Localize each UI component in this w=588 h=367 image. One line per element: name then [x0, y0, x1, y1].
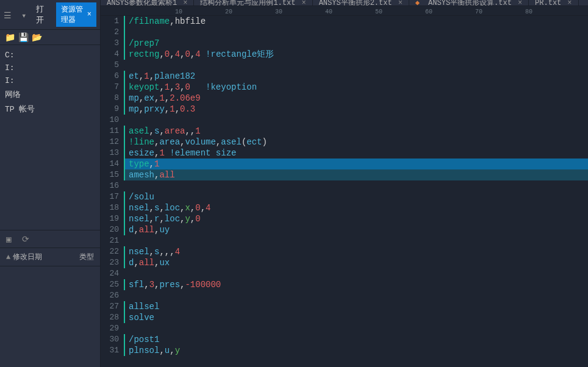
token: amesh	[129, 170, 154, 180]
line-number: 9	[101, 104, 119, 115]
code-line[interactable]: amesh,all	[124, 169, 588, 180]
menu-icon[interactable]: ☰	[4, 10, 12, 19]
code-line[interactable]: d,all,ux	[124, 257, 588, 268]
editor-tab[interactable]: ANSYS参数化最索桥1×	[101, 0, 194, 5]
code-line[interactable]	[124, 27, 588, 38]
code-line[interactable]: d,all,uy	[124, 224, 588, 235]
token: 3	[175, 82, 180, 92]
token: 4	[206, 203, 210, 213]
change-marker	[124, 126, 125, 137]
token: 1	[170, 104, 174, 114]
code-line[interactable]: solve	[124, 312, 588, 323]
code-line[interactable]: !line,area,volume,asel(ect)	[124, 137, 588, 148]
token: ,	[134, 225, 138, 235]
tab-bar: ANSYS参数化最索桥1×结构分析单元与应用例1.txt×ANSYS平衡拱形2.…	[101, 0, 588, 6]
token: ,	[139, 104, 144, 114]
token: !line	[129, 137, 154, 147]
code-line[interactable]: et,1,plane182	[124, 71, 588, 82]
editor-tab[interactable]: PR.txt×	[529, 0, 578, 5]
col-modified[interactable]: 修改日期	[13, 253, 42, 262]
token: all	[159, 170, 174, 180]
token: solve	[129, 313, 154, 322]
token: 4	[195, 49, 200, 59]
tree-item[interactable]: TP 帐号	[5, 102, 95, 116]
change-marker	[124, 213, 125, 224]
resource-manager-button[interactable]: 资源管理器 ×	[56, 2, 96, 27]
code-line[interactable]	[124, 323, 588, 334]
code-line[interactable]: /filname,hbfile	[124, 16, 588, 27]
token: !keyoption	[190, 82, 257, 92]
tree-item[interactable]: I:	[5, 74, 95, 87]
change-marker	[124, 169, 125, 180]
tab-close-icon[interactable]: ×	[518, 0, 522, 6]
code-line[interactable]	[124, 115, 588, 126]
change-marker	[124, 38, 125, 49]
tree-item[interactable]: 网络	[5, 87, 95, 102]
code-line[interactable]	[124, 268, 588, 279]
token: ,	[144, 280, 149, 290]
ruler-mark: 80	[525, 9, 532, 15]
token: y	[175, 346, 180, 355]
code-line[interactable]	[124, 60, 588, 71]
token: ,	[159, 49, 164, 59]
new-folder-icon[interactable]: 📂	[32, 32, 41, 42]
refresh-icon[interactable]: ⟳	[22, 234, 32, 244]
code-line[interactable]: /solu	[124, 191, 588, 202]
line-number: 21	[101, 235, 119, 246]
editor-tab[interactable]: ANSYS平衡拱形设算.txt×	[409, 0, 529, 5]
token: ,	[170, 49, 174, 59]
ruler-mark: 60	[425, 9, 432, 15]
code-line[interactable]: nsel,s,,,4	[124, 246, 588, 257]
change-marker	[124, 246, 125, 257]
sort-arrow-icon[interactable]: ▲	[6, 253, 10, 262]
editor-tab[interactable]: 结构分析单元与应用例1.txt×	[194, 0, 312, 5]
folder-icon[interactable]: 📁	[5, 32, 15, 42]
code-line[interactable]: /prep7	[124, 38, 588, 49]
tab-close-icon[interactable]: ×	[398, 0, 403, 6]
code-area[interactable]: /filname,hbfile/prep7rectng,0,4,0,4 !rec…	[124, 16, 588, 367]
col-type[interactable]: 类型	[79, 252, 94, 262]
code-line[interactable]	[124, 180, 588, 191]
code-line[interactable]: type,1	[124, 159, 588, 169]
ruler-mark: 70	[475, 9, 482, 15]
code-line[interactable]	[124, 290, 588, 301]
tree-item[interactable]: C:	[5, 49, 95, 62]
sidebar-view-icons: ▣ ⟳	[0, 230, 100, 248]
token: mp	[129, 93, 139, 103]
code-line[interactable]: plnsol,u,y	[124, 345, 588, 356]
token: -100000	[185, 280, 221, 290]
token: type	[129, 159, 149, 169]
token: )	[262, 137, 267, 147]
change-marker	[124, 159, 125, 169]
ruler-mark: 50	[375, 9, 382, 15]
close-icon[interactable]: ×	[87, 10, 91, 19]
tab-label: 结构分析单元与应用例1.txt	[200, 0, 295, 6]
code-line[interactable]: asel,s,area,,1	[124, 126, 588, 137]
sidebar: ☰ ▾ 打开 资源管理器 × 📁 💾 📂 C: I: I: 网络 TP 帐号 ▣…	[0, 0, 101, 367]
open-button[interactable]: 打开	[32, 2, 51, 27]
tab-close-icon[interactable]: ×	[183, 0, 187, 6]
token: area	[165, 126, 185, 136]
code-line[interactable]: /post1	[124, 334, 588, 345]
code-line[interactable]: mp,prxy,1,0.3	[124, 104, 588, 115]
code-line[interactable]: nsel,s,loc,x,0,4	[124, 202, 588, 213]
code-line[interactable]: sfl,3,pres,-100000	[124, 279, 588, 290]
editor-tab[interactable]: ANSYS平衡拱形2.txt×	[313, 0, 409, 5]
token: ,	[149, 203, 154, 213]
code-line[interactable]: allsel	[124, 301, 588, 312]
code-line[interactable]: esize,1 !element size	[124, 148, 588, 159]
tab-close-icon[interactable]: ×	[301, 0, 306, 6]
shell-icon[interactable]: ▣	[6, 234, 16, 244]
code-line[interactable]: mp,ex,1,2.06e9	[124, 93, 588, 104]
code-line[interactable]: keyopt,1,3,0 !keyoption	[124, 82, 588, 93]
tree-item[interactable]: I:	[5, 62, 95, 74]
tab-close-icon[interactable]: ×	[567, 0, 572, 6]
disk-icon[interactable]: 💾	[18, 32, 28, 42]
token: 2.06e9	[170, 93, 200, 103]
line-number: 2	[101, 27, 119, 38]
code-line[interactable]	[124, 235, 588, 246]
code-line[interactable]: nsel,r,loc,y,0	[124, 213, 588, 224]
dropdown-icon[interactable]: ▾	[21, 10, 27, 19]
code-line[interactable]: rectng,0,4,0,4 !rectangle矩形	[124, 49, 588, 60]
token: ,	[216, 137, 221, 147]
